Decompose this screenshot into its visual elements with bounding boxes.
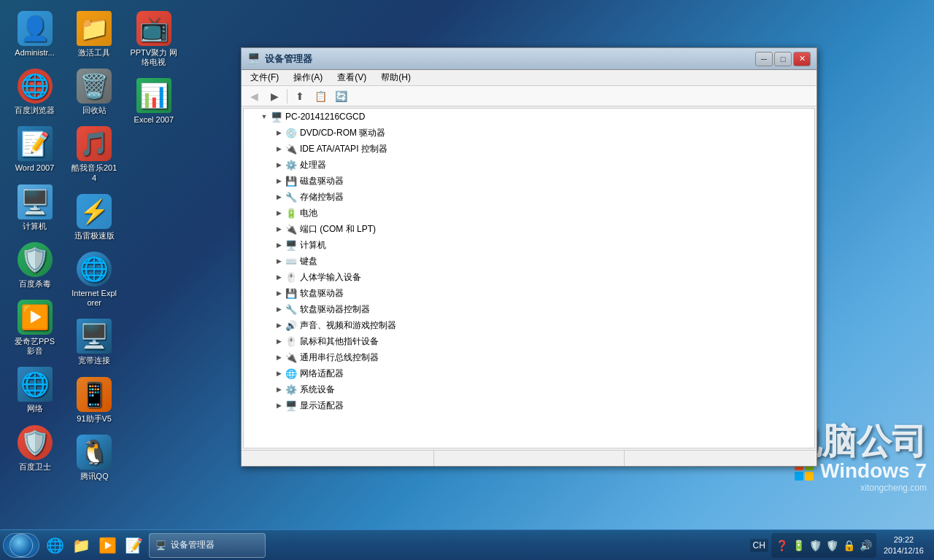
tree-expand-7[interactable]: ▶ bbox=[273, 239, 285, 251]
taskbar-lang[interactable]: CH bbox=[750, 539, 768, 552]
tree-expand-1[interactable]: ▶ bbox=[273, 143, 285, 155]
window-title-icon: 🖥️ bbox=[247, 52, 260, 66]
desktop-icon-img-broadband: 🖥️ bbox=[77, 319, 112, 354]
close-button[interactable]: ✕ bbox=[793, 52, 811, 66]
desktop-icon-admin[interactable]: 👤 Administr... bbox=[7, 7, 62, 61]
desktop-icon-excel[interactable]: 📊 Excel 2007 bbox=[126, 74, 181, 128]
tree-expand-10[interactable]: ▶ bbox=[273, 287, 285, 299]
tray-volume-icon[interactable]: 🔊 bbox=[858, 539, 873, 552]
tree-expand-8[interactable]: ▶ bbox=[273, 255, 285, 267]
tree-label-13: 鼠标和其他指针设备 bbox=[300, 335, 379, 348]
desktop-icon-qq[interactable]: 🐧 腾讯QQ bbox=[67, 431, 122, 485]
minimize-button[interactable]: ─ bbox=[755, 52, 773, 66]
tree-item-7[interactable]: ▶ 🖥️ 计算机 bbox=[244, 237, 814, 253]
taskbar-media-icon[interactable]: ▶️ bbox=[95, 533, 120, 558]
tree-item-14[interactable]: ▶ 🔌 通用串行总线控制器 bbox=[244, 349, 814, 365]
tree-item-6[interactable]: ▶ 🔌 端口 (COM 和 LPT) bbox=[244, 221, 814, 237]
tree-item-11[interactable]: ▶ 🔧 软盘驱动器控制器 bbox=[244, 301, 814, 317]
toolbar-update-button[interactable]: 🔄 bbox=[331, 88, 350, 104]
start-orb bbox=[9, 534, 33, 557]
desktop-icon-xunlei[interactable]: ⚡ 迅雷极速版 bbox=[67, 190, 122, 244]
tree-item-17[interactable]: ▶ 🖥️ 显示适配器 bbox=[244, 397, 814, 413]
tree-expand-14[interactable]: ▶ bbox=[273, 351, 285, 363]
tree-item-16[interactable]: ▶ ⚙️ 系统设备 bbox=[244, 381, 814, 397]
tree-root-expand[interactable]: ▼ bbox=[258, 111, 270, 122]
tree-item-12[interactable]: ▶ 🔊 声音、视频和游戏控制器 bbox=[244, 317, 814, 333]
tree-item-2[interactable]: ▶ ⚙️ 处理器 bbox=[244, 157, 814, 173]
tree-item-1[interactable]: ▶ 🔌 IDE ATA/ATAPI 控制器 bbox=[244, 141, 814, 157]
desktop-icon-network[interactable]: 🌐 网络 bbox=[7, 363, 62, 417]
tree-expand-12[interactable]: ▶ bbox=[273, 319, 285, 331]
desktop-icon-baidu-browser[interactable]: 🌐 百度浏览器 bbox=[7, 65, 62, 119]
tree-icon-15: 🌐 bbox=[285, 367, 298, 380]
desktop-icon-word2007[interactable]: 📝 Word 2007 bbox=[7, 122, 62, 176]
desktop-icon-label-activate: 激活工具 bbox=[78, 48, 110, 58]
tree-expand-0[interactable]: ▶ bbox=[273, 127, 285, 139]
tray-lock-icon[interactable]: 🔒 bbox=[841, 539, 857, 552]
tree-expand-3[interactable]: ▶ bbox=[273, 175, 285, 187]
desktop-icon-baidu-kill[interactable]: 🛡️ 百度杀毒 bbox=[7, 238, 62, 292]
toolbar-back-button[interactable]: ◀ bbox=[244, 88, 263, 104]
desktop-icon-baidu-guard[interactable]: 🛡️ 百度卫士 bbox=[7, 421, 62, 475]
toolbar-up-button[interactable]: ⬆ bbox=[290, 88, 309, 104]
menu-item-2[interactable]: 查看(V) bbox=[331, 70, 372, 85]
taskbar-quick-launch: 🌐 📁 ▶️ 📝 bbox=[42, 533, 146, 558]
desktop-icon-91[interactable]: 📱 91助手V5 bbox=[67, 373, 122, 427]
desktop-icon-activate[interactable]: 📁 激活工具 bbox=[67, 7, 122, 61]
start-button[interactable] bbox=[3, 533, 39, 558]
window-content: ▼ 🖥️ PC-20141216CGCD ▶ 💿 DVD/CD-ROM 驱动器 … bbox=[242, 106, 817, 450]
tree-item-4[interactable]: ▶ 🔧 存储控制器 bbox=[244, 189, 814, 205]
tree-item-8[interactable]: ▶ ⌨️ 键盘 bbox=[244, 253, 814, 269]
tree-label-10: 软盘驱动器 bbox=[300, 287, 344, 300]
clock-date: 2014/12/16 bbox=[884, 545, 924, 556]
tree-item-3[interactable]: ▶ 💾 磁盘驱动器 bbox=[244, 173, 814, 189]
tree-expand-5[interactable]: ▶ bbox=[273, 207, 285, 219]
taskbar-explorer-icon[interactable]: 📁 bbox=[69, 533, 93, 558]
desktop-icon-computer[interactable]: 🖥️ 计算机 bbox=[7, 181, 62, 235]
tree-expand-13[interactable]: ▶ bbox=[273, 335, 285, 347]
tree-expand-9[interactable]: ▶ bbox=[273, 271, 285, 283]
tree-expand-11[interactable]: ▶ bbox=[273, 303, 285, 315]
taskbar-ie-icon[interactable]: 🌐 bbox=[42, 533, 67, 558]
menu-item-0[interactable]: 文件(F) bbox=[244, 70, 285, 85]
tray-shield1-icon[interactable]: 🛡️ bbox=[808, 539, 823, 552]
tree-expand-2[interactable]: ▶ bbox=[273, 159, 285, 171]
tree-expand-17[interactable]: ▶ bbox=[273, 400, 285, 411]
toolbar-sep1 bbox=[287, 89, 287, 104]
taskbar: 🌐 📁 ▶️ 📝 🖥️ 设备管理器 CH ❓ 🔋 🛡️ 🛡️ 🔒 🔊 29:22… bbox=[0, 529, 934, 560]
desktop-icon-music[interactable]: 🎵 酷我音乐2014 bbox=[67, 122, 122, 186]
toolbar-properties-button[interactable]: 📋 bbox=[311, 88, 330, 104]
maximize-button[interactable]: □ bbox=[774, 52, 792, 66]
clock[interactable]: 29:22 2014/12/16 bbox=[879, 534, 928, 556]
tree-icon-12: 🔊 bbox=[285, 319, 298, 332]
toolbar-forward-button[interactable]: ▶ bbox=[265, 88, 284, 104]
tray-power-icon[interactable]: 🔋 bbox=[791, 539, 806, 552]
tree-expand-4[interactable]: ▶ bbox=[273, 191, 285, 203]
tree-item-15[interactable]: ▶ 🌐 网络适配器 bbox=[244, 365, 814, 381]
desktop-icon-ie[interactable]: 🌐 Internet Explorer bbox=[67, 248, 122, 311]
tray-shield2-icon[interactable]: 🛡️ bbox=[825, 539, 840, 552]
desktop-icon-img-aiqiyi: ▶️ bbox=[18, 300, 53, 335]
desktop-icon-aiqiyi[interactable]: ▶️ 爱奇艺PPS影音 bbox=[7, 296, 62, 359]
tree-expand-15[interactable]: ▶ bbox=[273, 368, 285, 379]
tree-expand-6[interactable]: ▶ bbox=[273, 223, 285, 235]
menu-item-1[interactable]: 操作(A) bbox=[287, 70, 328, 85]
menu-item-3[interactable]: 帮助(H) bbox=[375, 70, 417, 85]
tree-item-9[interactable]: ▶ 🖱️ 人体学输入设备 bbox=[244, 269, 814, 285]
taskbar-wps-icon[interactable]: 📝 bbox=[121, 533, 146, 558]
tree-item-0[interactable]: ▶ 💿 DVD/CD-ROM 驱动器 bbox=[244, 125, 814, 141]
tree-label-14: 通用串行总线控制器 bbox=[300, 351, 379, 364]
desktop-icon-recycle[interactable]: 🗑️ 回收站 bbox=[67, 65, 122, 119]
tray-help-icon[interactable]: ❓ bbox=[774, 539, 790, 552]
tree-expand-16[interactable]: ▶ bbox=[273, 384, 285, 395]
tree-item-5[interactable]: ▶ 🔋 电池 bbox=[244, 205, 814, 221]
tree-view[interactable]: ▼ 🖥️ PC-20141216CGCD ▶ 💿 DVD/CD-ROM 驱动器 … bbox=[243, 108, 815, 448]
tree-label-7: 计算机 bbox=[300, 239, 326, 252]
desktop-icon-pptv[interactable]: 📺 PPTV聚力 网络电视 bbox=[126, 7, 181, 71]
desktop-icon-label-aiqiyi: 爱奇艺PPS影音 bbox=[11, 337, 58, 356]
tree-item-13[interactable]: ▶ 🖱️ 鼠标和其他指针设备 bbox=[244, 333, 814, 349]
taskbar-app-device-manager[interactable]: 🖥️ 设备管理器 bbox=[149, 533, 266, 558]
tree-item-10[interactable]: ▶ 💾 软盘驱动器 bbox=[244, 285, 814, 301]
desktop-icon-broadband[interactable]: 🖥️ 宽带连接 bbox=[67, 315, 122, 369]
tree-root-computer[interactable]: ▼ 🖥️ PC-20141216CGCD bbox=[244, 109, 814, 125]
